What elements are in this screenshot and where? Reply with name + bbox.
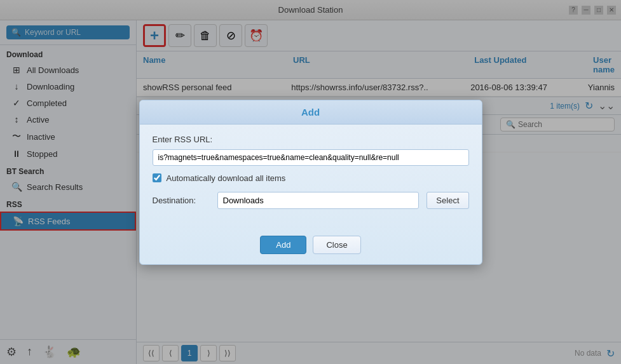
auto-download-row: Automatically download all items [153, 173, 469, 183]
add-modal: Add Enter RSS URL: Automatically downloa… [139, 100, 482, 265]
modal-close-button[interactable]: Close [313, 236, 360, 254]
rss-url-input[interactable] [153, 149, 469, 166]
destination-label: Destination: [153, 196, 210, 205]
modal-header: Add [140, 100, 482, 125]
modal-title: Add [301, 107, 320, 118]
auto-download-checkbox[interactable] [153, 173, 161, 182]
modal-body: Enter RSS URL: Automatically download al… [140, 125, 482, 229]
modal-overlay: Add Enter RSS URL: Automatically downloa… [0, 0, 621, 364]
destination-input[interactable] [217, 192, 420, 209]
modal-footer: Add Close [140, 229, 482, 264]
auto-download-label: Automatically download all items [167, 173, 286, 183]
select-button[interactable]: Select [427, 192, 468, 209]
modal-add-button[interactable]: Add [260, 236, 306, 254]
destination-row: Destination: Select [153, 192, 469, 209]
url-label: Enter RSS URL: [153, 135, 469, 144]
